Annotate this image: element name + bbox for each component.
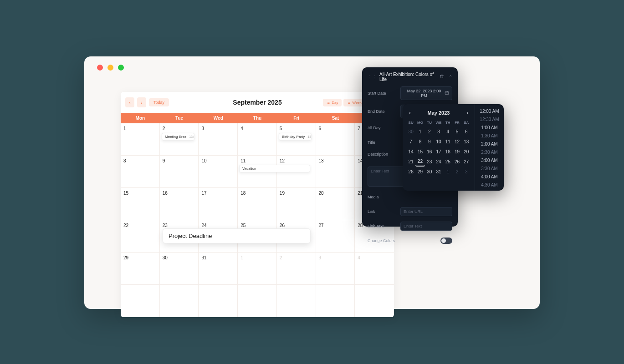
day-number: 18 — [240, 191, 274, 196]
picker-day[interactable]: 6 — [462, 126, 471, 136]
day-cell[interactable]: 30 — [160, 253, 199, 285]
today-button[interactable]: Today — [149, 98, 169, 106]
day-cell[interactable]: 15 — [121, 188, 160, 220]
picker-day[interactable]: 31 — [434, 167, 443, 177]
picker-day[interactable]: 3 — [434, 126, 443, 136]
picker-day[interactable]: 3 — [462, 167, 471, 177]
next-month-button[interactable]: › — [137, 97, 146, 107]
day-cell[interactable] — [316, 285, 355, 317]
traffic-zoom[interactable] — [118, 65, 124, 71]
day-cell[interactable]: 16 — [160, 188, 199, 220]
day-cell[interactable] — [160, 285, 199, 317]
chevron-left-icon: ‹ — [129, 100, 130, 105]
time-option[interactable]: 3:30 AM — [481, 165, 498, 172]
picker-day[interactable]: 17 — [434, 147, 443, 157]
picker-day[interactable]: 24 — [434, 157, 443, 167]
picker-prev-button[interactable]: ‹ — [406, 109, 414, 117]
day-cell[interactable] — [238, 285, 277, 317]
time-option[interactable]: 4:00 AM — [481, 173, 498, 181]
picker-day[interactable]: 4 — [443, 126, 452, 136]
picker-day[interactable]: 14 — [406, 147, 415, 157]
picker-day[interactable]: 30 — [406, 126, 415, 136]
picker-day[interactable]: 9 — [425, 136, 434, 147]
link-text-input[interactable] — [400, 222, 452, 231]
day-cell[interactable]: 18 — [238, 188, 277, 220]
picker-day[interactable]: 7 — [406, 136, 415, 147]
drag-handle-icon[interactable]: ⋮⋮ — [368, 75, 377, 80]
trash-icon[interactable] — [440, 74, 444, 80]
day-cell[interactable]: 20 — [316, 188, 355, 220]
picker-day[interactable]: 11 — [443, 136, 452, 147]
picker-day[interactable]: 2 — [452, 167, 461, 177]
time-option[interactable]: 2:30 AM — [481, 149, 498, 156]
picker-day[interactable]: 12 — [452, 136, 461, 147]
dow-cell: Fri — [277, 113, 316, 123]
day-cell[interactable]: 17 — [199, 188, 238, 220]
link-input[interactable] — [400, 207, 452, 216]
view-tab-day[interactable]: Day — [323, 99, 342, 106]
traffic-minimize[interactable] — [107, 65, 113, 71]
picker-day[interactable]: 1 — [443, 167, 452, 177]
day-cell[interactable]: 13 — [316, 156, 355, 188]
picker-day[interactable]: 23 — [425, 157, 434, 167]
picker-day[interactable]: 1 — [415, 126, 425, 136]
day-cell[interactable]: 8 — [121, 156, 160, 188]
time-option[interactable]: 2:00 AM — [481, 141, 498, 148]
window-traffic-lights — [97, 65, 124, 71]
time-picker[interactable]: 12:00 AM12:30 AM1:00 AM1:30 AM2:00 AM2:3… — [475, 104, 504, 191]
traffic-close[interactable] — [97, 65, 103, 71]
picker-day[interactable]: 5 — [452, 126, 461, 136]
picker-day[interactable]: 28 — [406, 167, 415, 177]
day-cell[interactable] — [199, 285, 238, 317]
picker-day[interactable]: 18 — [443, 147, 452, 157]
day-cell[interactable] — [121, 285, 160, 317]
time-option[interactable]: 4:30 AM — [481, 182, 498, 189]
event-project-deadline[interactable]: Project Deadline — [163, 228, 311, 243]
time-option[interactable]: 3:00 AM — [481, 157, 498, 164]
picker-next-button[interactable]: › — [464, 109, 471, 117]
event-vacation[interactable]: Vacation — [239, 165, 310, 172]
picker-day[interactable]: 10 — [434, 136, 443, 147]
event-meeting[interactable]: Meeting Erez 13:00 — [162, 133, 194, 141]
start-date-field[interactable]: May 22, 2023 2:00 PM — [400, 86, 452, 100]
day-cell[interactable] — [277, 285, 316, 317]
picker-day[interactable]: 29 — [415, 167, 425, 177]
day-cell[interactable] — [355, 285, 394, 317]
picker-day[interactable]: 21 — [406, 157, 415, 167]
day-cell[interactable]: 4 — [355, 253, 394, 285]
picker-day[interactable]: 30 — [425, 167, 434, 177]
day-cell[interactable]: 19 — [277, 188, 316, 220]
time-option[interactable]: 12:30 AM — [480, 116, 499, 123]
day-cell[interactable]: 10 — [199, 156, 238, 188]
picker-day[interactable]: 8 — [415, 136, 425, 147]
time-option[interactable]: 1:00 AM — [481, 124, 498, 131]
day-cell[interactable]: 1 — [121, 123, 160, 156]
event-birthday[interactable]: Birthday Party 13:00 — [279, 133, 312, 141]
picker-day[interactable]: 26 — [452, 157, 461, 167]
day-cell[interactable]: 3 — [316, 253, 355, 285]
day-cell[interactable]: 4 — [238, 123, 277, 156]
time-option[interactable]: 1:30 AM — [481, 132, 498, 140]
picker-day[interactable]: 13 — [462, 136, 471, 147]
picker-day[interactable]: 25 — [443, 157, 452, 167]
picker-day[interactable]: 22 — [415, 157, 425, 167]
day-cell[interactable]: 3 — [199, 123, 238, 156]
time-option[interactable]: 12:00 AM — [480, 108, 499, 115]
picker-day[interactable]: 16 — [425, 147, 434, 157]
collapse-icon[interactable]: ⌃ — [449, 75, 452, 80]
picker-day[interactable]: 15 — [415, 147, 425, 157]
day-cell[interactable]: 6 — [316, 123, 355, 156]
change-colors-toggle[interactable] — [440, 238, 452, 244]
day-cell[interactable]: 29 — [121, 253, 160, 285]
day-cell[interactable]: 1 — [238, 253, 277, 285]
day-cell[interactable]: 2 — [277, 253, 316, 285]
day-cell[interactable]: 31 — [199, 253, 238, 285]
day-cell[interactable]: 22 — [121, 220, 160, 253]
picker-day[interactable]: 20 — [462, 147, 471, 157]
prev-month-button[interactable]: ‹ — [125, 97, 134, 107]
day-cell[interactable]: 9 — [160, 156, 199, 188]
picker-day[interactable]: 27 — [462, 157, 471, 167]
picker-day[interactable]: 2 — [425, 126, 434, 136]
day-cell[interactable]: 27 — [316, 220, 355, 253]
picker-day[interactable]: 19 — [452, 147, 461, 157]
